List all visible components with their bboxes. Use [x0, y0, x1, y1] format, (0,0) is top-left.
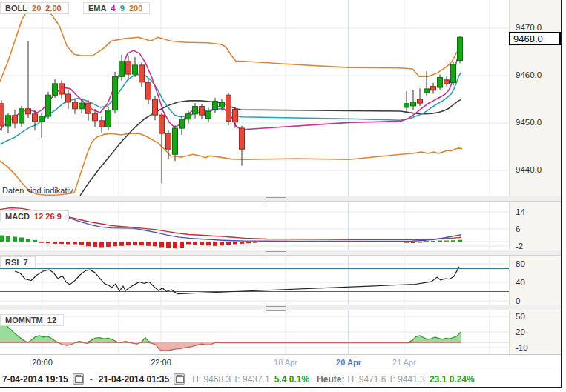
boll-upper-line [0, 6, 462, 82]
resize-handle-icon[interactable] [266, 251, 286, 256]
macd-histogram-bar [438, 241, 442, 242]
up-candle [411, 102, 416, 106]
macd-histogram-bar [26, 239, 30, 242]
momentum-negative-area [0, 342, 461, 351]
down-candle [200, 107, 205, 116]
up-candle [119, 62, 125, 77]
down-candle [153, 99, 158, 115]
time-axis[interactable]: 20:00 22:00 18 Apr 20 Apr 21 Apr [0, 354, 562, 371]
macd-params: 12 26 9 [34, 212, 62, 221]
time-label: 20:00 [32, 358, 53, 367]
macd-histogram-bar [99, 242, 104, 247]
macd-histogram-bar [180, 242, 184, 248]
chart-canvas[interactable] [0, 0, 566, 371]
date-separator: - [90, 374, 93, 385]
macd-histogram-bar [126, 242, 131, 245]
ema-p1: 4 [111, 4, 116, 13]
calendar-icon[interactable] [174, 373, 185, 385]
macd-histogram-bar [66, 242, 70, 244]
today-change: 23.1 0.24% [430, 374, 475, 385]
macd-signal-line [0, 210, 461, 241]
date-label: 21 Apr [392, 358, 416, 367]
down-candle [240, 128, 245, 149]
price-tick: 9440.0 [516, 165, 542, 175]
macd-histogram-bar [73, 242, 77, 244]
down-candle [139, 65, 145, 82]
down-candle [233, 109, 238, 122]
macd-histogram-bar [240, 242, 244, 244]
legend-boll[interactable]: BOLL 20 2.00 [0, 2, 69, 14]
momntm-tick: -10 [516, 342, 528, 353]
down-candle [431, 87, 436, 90]
resize-handle-icon[interactable] [266, 197, 286, 202]
down-candle [59, 84, 65, 94]
macd-histogram-bar [444, 241, 449, 242]
macd-histogram-bar [119, 242, 124, 246]
down-candle [66, 94, 71, 102]
down-candle [99, 121, 105, 127]
up-candle [404, 104, 409, 107]
legend-ema[interactable]: EMA 4 9 200 [83, 2, 150, 14]
status-bar: 7-04-2014 19:15 - 21-04-2014 01:35 H: 94… [0, 371, 562, 387]
time-label: 22:00 [151, 358, 171, 367]
down-candle [13, 116, 18, 123]
macd-histogram-bar [159, 242, 164, 247]
calendar-icon[interactable] [73, 373, 84, 385]
macd-histogram-bar [53, 242, 57, 244]
chart-window: BOLL 20 2.00 EMA 4 9 200 MACD 12 26 9 RS… [0, 0, 566, 392]
up-candle [6, 116, 11, 126]
price-tick: 9450.0 [516, 117, 542, 127]
down-candle [0, 104, 4, 126]
panel-divider[interactable] [0, 250, 562, 256]
price-axis[interactable]: 9470.0 9460.0 9450.0 9440.0 14 6 -2 80 4… [509, 0, 562, 354]
down-candle [444, 80, 450, 84]
momntm-tick: 20 [516, 327, 525, 337]
ema-p2: 9 [120, 4, 125, 13]
up-candle [186, 114, 191, 119]
boll-label: BOLL [5, 4, 27, 13]
current-price-box: 9468.0 [509, 32, 561, 45]
down-candle [226, 95, 231, 121]
boll-period: 20 [32, 4, 41, 13]
ema-label: EMA [88, 4, 106, 13]
macd-histogram-bar [166, 242, 171, 248]
macd-histogram-bar [213, 242, 217, 246]
up-candle [53, 84, 58, 95]
window-edge-line [561, 0, 562, 388]
panel-divider[interactable] [0, 305, 562, 310]
momentum-positive-line [0, 321, 461, 342]
legend-rsi[interactable]: RSI 7 [0, 256, 36, 268]
macd-tick: 6 [516, 224, 520, 234]
up-candle [451, 64, 456, 83]
rsi-tick: 40 [516, 277, 525, 288]
panel-divider[interactable] [0, 196, 562, 202]
macd-histogram-bar [431, 241, 435, 242]
macd-histogram-bar [220, 242, 224, 245]
rsi-label: RSI [5, 258, 19, 267]
macd-histogram-bar [139, 242, 144, 245]
down-candle [166, 133, 171, 149]
up-candle [46, 95, 51, 116]
macd-histogram-bar [206, 242, 211, 245]
macd-histogram-bar [186, 242, 191, 244]
momentum-positive-area [0, 321, 461, 342]
macd-histogram-bar [246, 242, 251, 243]
macd-histogram-bar [193, 242, 197, 245]
rsi-period: 7 [23, 258, 27, 267]
macd-histogram-bar [133, 242, 137, 245]
from-date: 7-04-2014 19:15 [2, 374, 68, 385]
today-label: Heute: [317, 374, 344, 385]
resize-handle-icon[interactable] [266, 306, 286, 311]
down-candle [93, 113, 98, 121]
down-candle [159, 115, 165, 133]
legend-momntm[interactable]: MOMNTM 12 [0, 314, 64, 326]
indicative-data-notice: Daten sind indikativ [2, 186, 73, 195]
macd-histogram-bar [59, 242, 64, 244]
macd-histogram-bar [39, 242, 44, 242]
legend-macd[interactable]: MACD 12 26 9 [0, 210, 69, 222]
macd-histogram-bar [46, 242, 50, 243]
up-candle [213, 102, 218, 110]
macd-histogram-bar [173, 242, 177, 248]
today-high-low: H: 9471.6 T: 9441.3 [347, 374, 425, 385]
macd-histogram-bar [6, 236, 10, 242]
